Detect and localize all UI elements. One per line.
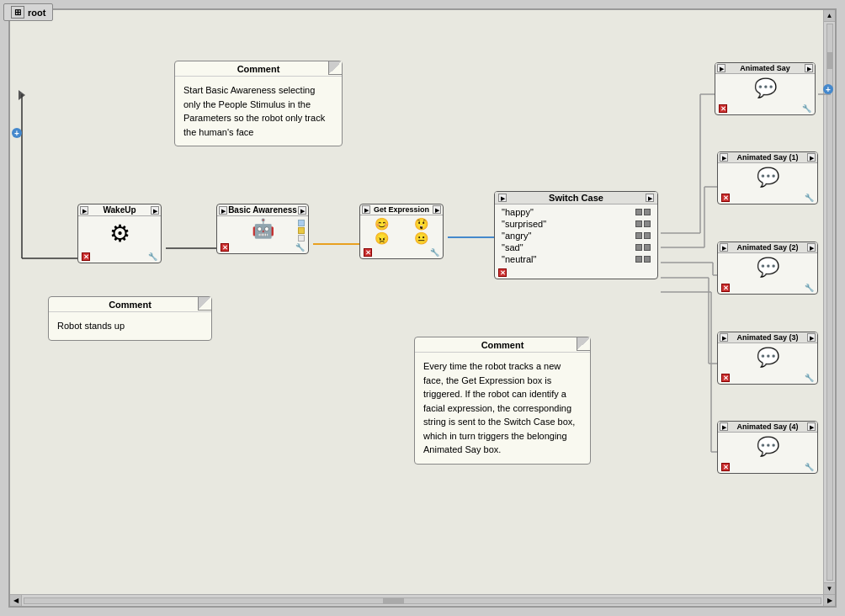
animated-say-4-node: ▶ Animated Say (4) ▶ 💬 ✕ 🔧 xyxy=(717,421,818,474)
scroll-track-h[interactable] xyxy=(24,597,821,604)
entry-point xyxy=(19,90,25,100)
sc-port-happy2 xyxy=(644,209,651,215)
scroll-right-btn[interactable]: ▶ xyxy=(823,595,835,607)
title-icon: ⊞ xyxy=(11,6,24,19)
as2-icon: 💬 xyxy=(718,253,817,282)
sc-port-neutral2 xyxy=(644,256,651,263)
as3-icon: 💬 xyxy=(718,343,817,372)
scroll-thumb-h[interactable] xyxy=(383,598,404,603)
as2-play-right[interactable]: ▶ xyxy=(807,243,816,252)
ba-out-btn[interactable]: ▶ xyxy=(298,206,306,215)
comment-every-time: Comment Every time the robot tracks a ne… xyxy=(414,337,591,465)
add-connection-btn[interactable]: + xyxy=(12,128,22,138)
comment-header-top: Comment xyxy=(175,61,342,77)
comment-text-top: Start Basic Awareness selecting only the… xyxy=(175,77,342,146)
sc-label-sad: "sad" xyxy=(502,242,523,252)
ge-x-btn[interactable]: ✕ xyxy=(364,248,372,257)
sc-x-btn[interactable]: ✕ xyxy=(498,268,507,277)
add-icon[interactable]: + xyxy=(12,128,22,138)
wakeup-x-btn[interactable]: ✕ xyxy=(82,252,90,261)
wakeup-out-btn[interactable]: ▶ xyxy=(151,206,159,215)
comment-text-center: Every time the robot tracks a new face, … xyxy=(415,353,590,464)
as4-play-right[interactable]: ▶ xyxy=(807,422,816,431)
as4-wrench: 🔧 xyxy=(805,463,814,471)
comment-text-left: Robot stands up xyxy=(49,312,211,340)
add-output-btn[interactable]: + xyxy=(823,84,833,94)
as3-play-left[interactable]: ▶ xyxy=(720,333,728,342)
as3-wrench: 🔧 xyxy=(805,374,814,382)
switch-case-node: ▶ Switch Case ▶ "happy" "surprised" xyxy=(494,191,658,279)
animated-say-0-node: ▶ Animated Say ▶ 💬 ✕ 🔧 xyxy=(715,62,816,115)
basic-awareness-node: ▶ Basic Awareness ▶ 🤖 ✕ 🔧 xyxy=(216,204,309,254)
sc-item-surprised: "surprised" xyxy=(498,218,654,230)
comment-fold xyxy=(328,61,342,75)
sc-port-angry xyxy=(635,232,642,239)
scroll-left-btn[interactable]: ◀ xyxy=(10,595,22,607)
as4-icon: 💬 xyxy=(718,433,817,461)
ge-wrench: 🔧 xyxy=(430,248,439,257)
ba-icon: 🤖 xyxy=(219,218,306,240)
as3-header: Animated Say (3) xyxy=(736,333,798,342)
as2-x-btn[interactable]: ✕ xyxy=(721,284,730,292)
as0-x-btn[interactable]: ✕ xyxy=(719,104,727,113)
sc-port-neutral xyxy=(635,256,642,263)
ba-header: Basic Awareness xyxy=(228,205,297,215)
wakeup-play-btn[interactable]: ▶ xyxy=(80,206,88,215)
as4-play-left[interactable]: ▶ xyxy=(720,422,728,431)
scroll-track-v[interactable] xyxy=(826,24,833,581)
animated-say-2-node: ▶ Animated Say (2) ▶ 💬 ✕ 🔧 xyxy=(717,242,818,295)
ge-header: Get Expression xyxy=(374,205,429,214)
scroll-up-btn[interactable]: ▲ xyxy=(824,10,836,22)
as3-x-btn[interactable]: ✕ xyxy=(721,374,730,382)
ge-out-btn[interactable]: ▶ xyxy=(433,205,441,214)
as2-wrench: 🔧 xyxy=(805,284,814,292)
sc-label-happy: "happy" xyxy=(502,207,534,217)
ba-play-btn[interactable]: ▶ xyxy=(219,206,227,215)
sc-port-angry2 xyxy=(644,232,651,239)
as4-x-btn[interactable]: ✕ xyxy=(721,463,730,471)
sc-port-sad2 xyxy=(644,244,651,251)
as2-play-left[interactable]: ▶ xyxy=(720,243,728,252)
sc-port-sad xyxy=(635,244,642,251)
ge-icon-grid: 😊😲 😠😐 xyxy=(362,217,441,245)
horizontal-scrollbar[interactable]: ◀ ▶ xyxy=(10,594,835,606)
wakeup-icon: ⚙ xyxy=(78,215,161,251)
as1-header: Animated Say (1) xyxy=(736,153,798,162)
as4-header: Animated Say (4) xyxy=(736,422,798,431)
as0-play-left[interactable]: ▶ xyxy=(717,64,725,72)
ba-x-btn[interactable]: ✕ xyxy=(221,243,229,252)
scroll-down-btn[interactable]: ▼ xyxy=(824,582,836,594)
add-output-icon[interactable]: + xyxy=(823,84,833,94)
wakeup-wrench: 🔧 xyxy=(148,252,157,261)
scroll-thumb-v[interactable] xyxy=(827,52,832,69)
animated-say-1-node: ▶ Animated Say (1) ▶ 💬 ✕ 🔧 xyxy=(717,151,818,204)
as0-icon: 💬 xyxy=(715,74,815,103)
sc-item-happy: "happy" xyxy=(498,206,654,218)
as3-play-right[interactable]: ▶ xyxy=(807,333,816,342)
title-label: root xyxy=(28,8,45,18)
wakeup-port-left: ✕ xyxy=(82,252,90,261)
title-bar: ⊞ root xyxy=(3,3,53,21)
sc-out-btn[interactable]: ▶ xyxy=(646,194,654,202)
animated-say-3-node: ▶ Animated Say (3) ▶ 💬 ✕ 🔧 xyxy=(717,332,818,385)
as0-play-right[interactable]: ▶ xyxy=(805,64,813,72)
as1-play-left[interactable]: ▶ xyxy=(720,153,728,162)
comment-header-left: Comment xyxy=(49,297,211,312)
sc-label-angry: "angry" xyxy=(502,231,531,241)
comment-fold-2 xyxy=(198,297,211,311)
sc-port-happy xyxy=(635,209,642,215)
sc-item-angry: "angry" xyxy=(498,230,654,242)
as2-header: Animated Say (2) xyxy=(736,243,798,252)
as1-icon: 💬 xyxy=(718,163,817,192)
as1-x-btn[interactable]: ✕ xyxy=(721,194,730,202)
comment-robot-stands: Comment Robot stands up xyxy=(48,296,212,341)
sc-item-neutral: "neutral" xyxy=(498,253,654,265)
comment-fold-3 xyxy=(577,337,590,351)
vertical-scrollbar[interactable]: ▲ ▼ xyxy=(823,10,835,594)
get-expression-node: ▶ Get Expression ▶ 😊😲 😠😐 ✕ 🔧 xyxy=(359,204,444,259)
sc-play-btn[interactable]: ▶ xyxy=(498,194,507,202)
as1-play-right[interactable]: ▶ xyxy=(807,153,816,162)
sc-label-neutral: "neutral" xyxy=(502,254,536,264)
ge-play-btn[interactable]: ▶ xyxy=(362,205,370,214)
sc-header: Switch Case xyxy=(549,193,603,203)
